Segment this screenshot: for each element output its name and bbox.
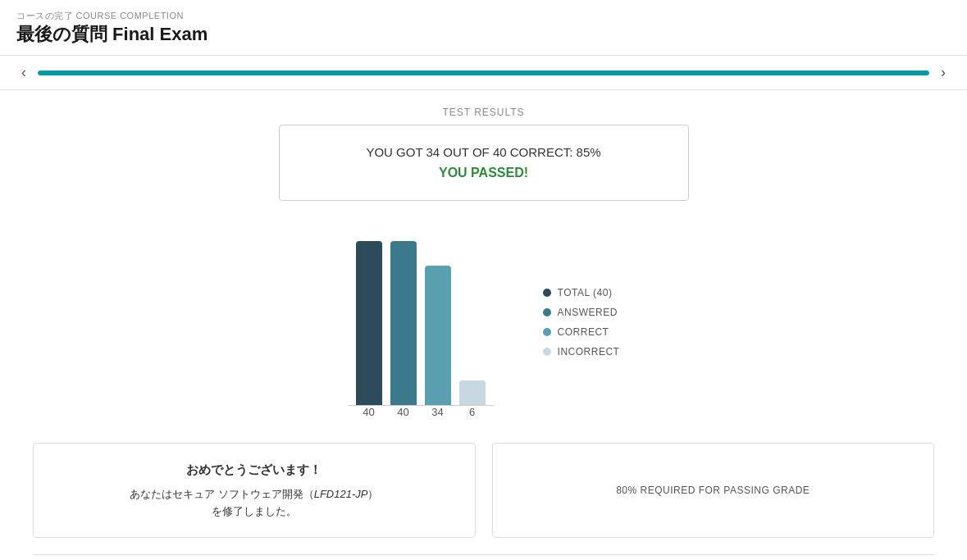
test-results-box: YOU GOT 34 OUT OF 40 CORRECT: 85% YOU PA… (279, 125, 689, 201)
legend-label-0: TOTAL (40) (558, 287, 613, 298)
bar-label-answered: 40 (390, 406, 417, 418)
legend-dot-0 (543, 289, 551, 297)
header: コースの完了 COURSE COMPLETION 最後の質問 Final Exa… (0, 0, 967, 56)
test-results-label: TEST RESULTS (442, 107, 524, 118)
legend-item-0: TOTAL (40) (543, 287, 620, 298)
course-completion-label: コースの完了 COURSE COMPLETION (16, 10, 951, 22)
bar-chart: 4040346 (348, 225, 494, 418)
nav-left-arrow[interactable]: ‹ (16, 62, 31, 83)
test-passed-text: YOU PASSED! (329, 166, 639, 180)
page-wrapper: コースの完了 COURSE COMPLETION 最後の質問 Final Exa… (0, 0, 967, 560)
nav-right-arrow[interactable]: › (936, 62, 951, 83)
card-left: おめでとうございます！ あなたはセキュア ソフトウェア開発（LFD121-JP）… (33, 443, 476, 538)
test-score-text: YOU GOT 34 OUT OF 40 CORRECT: 85% (329, 145, 639, 159)
bar-label-total: 40 (356, 406, 382, 418)
card-right: 80% REQUIRED FOR PASSING GRADE (492, 443, 935, 538)
legend-label-3: INCORRECT (558, 346, 620, 357)
test-results-section: TEST RESULTS YOU GOT 34 OUT OF 40 CORREC… (33, 107, 934, 201)
bar-item-answered (390, 241, 417, 405)
bottom-divider (33, 554, 934, 555)
card-passing-text: 80% REQUIRED FOR PASSING GRADE (616, 485, 810, 496)
card-title: おめでとうございます！ (53, 460, 455, 480)
legend-dot-1 (543, 308, 551, 316)
card-left-content: おめでとうございます！ あなたはセキュア ソフトウェア開発（LFD121-JP）… (53, 460, 455, 521)
legend-dot-2 (543, 328, 551, 336)
bar-total (356, 241, 382, 405)
card-left-line1: あなたはセキュア ソフトウェア開発（LFD121-JP） (130, 488, 378, 500)
bar-item-total (356, 241, 382, 405)
chart-section: 4040346 TOTAL (40)ANSWEREDCORRECTINCORRE… (33, 225, 934, 418)
bar-item-correct (425, 266, 451, 405)
bar-answered (390, 241, 417, 405)
main-content: TEST RESULTS YOU GOT 34 OUT OF 40 CORREC… (0, 90, 967, 560)
bar-label-correct: 34 (425, 406, 451, 418)
legend-label-1: ANSWERED (558, 307, 618, 318)
legend-item-2: CORRECT (543, 326, 620, 338)
legend-label-2: CORRECT (558, 326, 609, 338)
bar-correct (425, 266, 451, 405)
chart-and-legend: 4040346 TOTAL (40)ANSWEREDCORRECTINCORRE… (348, 225, 620, 418)
legend-item-1: ANSWERED (543, 307, 620, 318)
bar-label-incorrect: 6 (459, 406, 486, 418)
bars-container (348, 225, 494, 406)
legend-dot-3 (543, 348, 551, 356)
bar-incorrect (459, 380, 486, 405)
progress-bar-container (38, 71, 929, 75)
nav-bar: ‹ › (0, 56, 967, 90)
bar-labels-row: 4040346 (348, 406, 494, 418)
page-title: 最後の質問 Final Exam (16, 22, 951, 47)
bar-item-incorrect (459, 380, 486, 405)
bottom-cards: おめでとうございます！ あなたはセキュア ソフトウェア開発（LFD121-JP）… (33, 443, 934, 554)
legend-item-3: INCORRECT (543, 346, 620, 357)
progress-bar-fill (38, 71, 929, 75)
legend: TOTAL (40)ANSWEREDCORRECTINCORRECT (543, 287, 620, 357)
card-left-line2: を修了しました。 (212, 505, 297, 517)
